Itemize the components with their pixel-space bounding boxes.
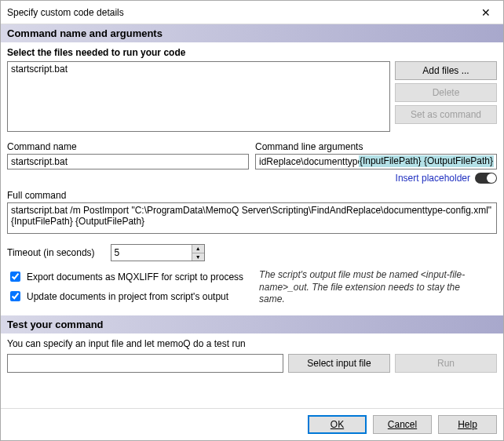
update-checkbox-row[interactable]: Update documents in project from script'…: [7, 289, 243, 304]
titlebar: Specify custom code details ✕: [1, 1, 503, 24]
ok-button[interactable]: OK: [308, 415, 367, 434]
run-button[interactable]: Run: [395, 354, 497, 373]
args-label: Command line arguments: [255, 141, 497, 152]
spinner-down-icon[interactable]: ▼: [192, 253, 204, 261]
insert-placeholder-toggle[interactable]: [475, 173, 497, 184]
command-name-input[interactable]: [7, 154, 249, 169]
test-desc: You can specify an input file and let me…: [7, 338, 497, 349]
command-name-label: Command name: [7, 141, 249, 152]
section-header-command: Command name and arguments: [1, 24, 503, 42]
fullcommand-label: Full command: [7, 190, 497, 201]
update-checkbox[interactable]: [10, 291, 20, 301]
cancel-button[interactable]: Cancel: [373, 415, 432, 434]
files-label: Select the files needed to run your code: [7, 47, 497, 58]
section-header-test: Test your command: [1, 315, 503, 333]
fullcommand-text[interactable]: startscript.bat /m PostImport "C:\Progra…: [7, 202, 497, 234]
update-label: Update documents in project from script'…: [27, 291, 228, 302]
timeout-label: Timeout (in seconds): [7, 247, 95, 258]
export-label: Export documents as MQXLIFF for script t…: [27, 272, 243, 282]
list-item[interactable]: startscript.bat: [11, 64, 386, 75]
export-checkbox-row[interactable]: Export documents as MQXLIFF for script t…: [7, 269, 243, 284]
delete-button[interactable]: Delete: [395, 83, 497, 102]
dialog-window: Specify custom code details ✕ Command na…: [0, 0, 504, 441]
spinner-up-icon[interactable]: ▲: [192, 245, 204, 253]
output-hint: The script's output file must be named <…: [259, 269, 479, 306]
close-icon[interactable]: ✕: [468, 1, 503, 24]
timeout-stepper[interactable]: ▲ ▼: [111, 244, 205, 261]
export-checkbox[interactable]: [10, 272, 20, 282]
insert-placeholder-label: Insert placeholder: [396, 173, 470, 184]
window-title: Specify custom code details: [7, 7, 468, 18]
test-input-file[interactable]: [7, 354, 283, 373]
select-input-file-button[interactable]: Select input file: [288, 354, 390, 373]
dialog-footer: OK Cancel Help: [1, 408, 503, 440]
args-input[interactable]: [255, 154, 497, 169]
files-list[interactable]: startscript.bat: [7, 61, 390, 132]
add-files-button[interactable]: Add files ...: [395, 61, 497, 80]
set-as-command-button[interactable]: Set as command: [395, 105, 497, 124]
help-button[interactable]: Help: [438, 415, 497, 434]
timeout-input[interactable]: [111, 245, 192, 261]
